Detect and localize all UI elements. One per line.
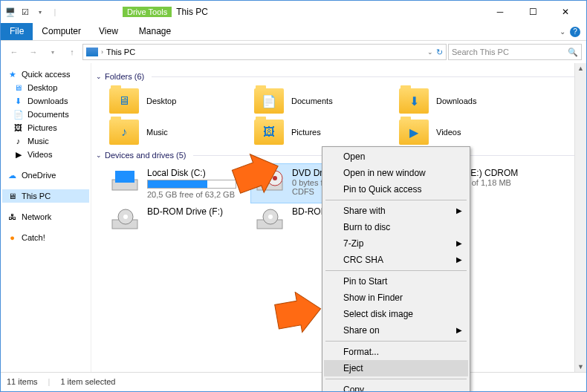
drive-name: Local Disk (C:) <box>147 168 236 178</box>
menu-item-format[interactable]: Format... <box>324 344 468 360</box>
sidebar-item-catch[interactable]: ●Catch! <box>2 231 89 244</box>
refresh-icon[interactable]: ↻ <box>436 48 443 57</box>
disc-icon <box>255 206 285 232</box>
star-icon: ★ <box>7 69 18 79</box>
music-icon: ♪ <box>112 122 136 142</box>
folder-label: Desktop <box>146 97 176 105</box>
up-button[interactable]: ↑ <box>63 43 81 61</box>
folder-desktop[interactable]: 🖥Desktop <box>106 85 251 117</box>
menu-item-open[interactable]: Open <box>324 148 468 165</box>
sidebar-item-quick-access[interactable]: ★ Quick access <box>2 68 89 81</box>
tab-view[interactable]: View <box>90 23 127 40</box>
address-dropdown-icon[interactable]: ⌄ <box>427 48 433 56</box>
tab-computer[interactable]: Computer <box>33 23 90 40</box>
document-icon: 📄 <box>13 109 24 120</box>
ribbon-expand-icon[interactable]: ⌄ <box>560 27 565 36</box>
drive-name: BD-ROM Drive (F:) <box>147 206 223 217</box>
scroll-down-icon[interactable]: ▼ <box>577 363 584 370</box>
folder-label: Documents <box>291 97 333 105</box>
sidebar-item-onedrive[interactable]: ☁OneDrive <box>2 169 89 182</box>
sidebar-item-desktop[interactable]: 🖥Desktop <box>2 81 89 94</box>
chevron-right-icon: ▶ <box>456 326 462 334</box>
menu-item-pin-to-quick-access[interactable]: Pin to Quick access <box>324 181 468 197</box>
desktop-icon: 🖥 <box>112 91 136 111</box>
forward-button[interactable]: → <box>25 43 42 61</box>
hdd-icon <box>110 168 140 193</box>
status-item-count: 11 items <box>7 377 38 386</box>
sidebar-item-music[interactable]: ♪Music <box>2 134 89 148</box>
sidebar-item-label: Catch! <box>22 233 45 242</box>
search-placeholder: Search This PC <box>452 48 509 56</box>
chevron-right-icon: ▶ <box>456 239 462 247</box>
qat-dropdown-icon[interactable]: ▾ <box>35 7 45 17</box>
menu-item-select-disk-image[interactable]: Select disk image <box>324 306 468 322</box>
maximize-button[interactable]: ☐ <box>516 1 549 22</box>
menu-item-open-in-new-window[interactable]: Open in new window <box>324 165 468 181</box>
menu-item-copy[interactable]: Copy <box>324 382 468 392</box>
quick-access-toolbar: 🖥️ ☑ ▾ | <box>5 7 60 17</box>
chevron-right-icon: › <box>101 48 103 56</box>
sidebar-item-label: Videos <box>27 150 52 159</box>
menu-item-pin-to-start[interactable]: Pin to Start <box>324 273 468 290</box>
group-header-folders[interactable]: ⌄ Folders (6) <box>96 72 574 81</box>
sidebar-item-downloads[interactable]: ⬇Downloads <box>2 94 89 108</box>
chevron-right-icon: ▶ <box>456 206 462 215</box>
help-icon[interactable]: ? <box>570 27 580 37</box>
sidebar-item-pictures[interactable]: 🖼Pictures <box>2 121 89 134</box>
menu-item-7-zip[interactable]: 7-Zip▶ <box>324 235 468 252</box>
menu-item-show-in-finder[interactable]: Show in Finder <box>324 290 468 306</box>
desktop-icon: 🖥 <box>13 82 24 93</box>
folder-downloads[interactable]: ⬇Downloads <box>396 85 541 117</box>
folder-pictures[interactable]: 🖼Pictures <box>251 117 396 148</box>
menu-separator <box>325 270 467 271</box>
folder-music[interactable]: ♪Music <box>106 117 251 148</box>
picture-icon: 🖼 <box>257 122 281 142</box>
navigation-pane: ★ Quick access 🖥Desktop ⬇Downloads 📄Docu… <box>1 63 91 372</box>
scrollbar[interactable]: ▲ ▼ <box>574 63 586 372</box>
this-pc-icon <box>86 48 98 56</box>
breadcrumb[interactable]: This PC <box>106 48 135 56</box>
folder-label: Videos <box>436 128 461 137</box>
menu-item-share-on[interactable]: Share on▶ <box>324 322 468 339</box>
network-icon: 🖧 <box>7 212 18 222</box>
menu-separator <box>325 200 467 200</box>
minimize-button[interactable]: ─ <box>484 1 516 22</box>
callout-arrow-icon <box>273 292 325 333</box>
address-bar: ← → ▾ ↑ › This PC ⌄ ↻ Search This PC 🔍 <box>1 41 586 63</box>
music-icon: ♪ <box>13 136 24 146</box>
sidebar-item-label: Downloads <box>27 97 68 105</box>
sidebar-item-network[interactable]: 🖧Network <box>2 210 89 223</box>
tab-file[interactable]: File <box>1 23 33 40</box>
menu-item-crc-sha[interactable]: CRC SHA▶ <box>324 252 468 268</box>
properties-icon[interactable]: ☑ <box>20 7 30 17</box>
drive-bdrom-f[interactable]: BD-ROM Drive (F:) <box>106 203 251 235</box>
sidebar-item-label: Network <box>22 212 51 221</box>
window-title: This PC <box>176 7 208 17</box>
sidebar-item-documents[interactable]: 📄Documents <box>2 108 89 121</box>
status-bar: 11 items | 1 item selected <box>1 372 586 390</box>
back-button[interactable]: ← <box>5 43 23 61</box>
chevron-right-icon: ▶ <box>456 255 462 264</box>
folder-videos[interactable]: ▶Videos <box>396 117 541 148</box>
menu-item-eject[interactable]: Eject <box>324 360 468 376</box>
status-selected-count: 1 item selected <box>60 377 115 386</box>
search-input[interactable]: Search This PC 🔍 <box>448 44 582 60</box>
download-icon: ⬇ <box>402 91 426 111</box>
sidebar-item-label: Quick access <box>22 70 70 79</box>
folder-documents[interactable]: 📄Documents <box>251 85 396 117</box>
tab-manage[interactable]: Manage <box>130 23 180 40</box>
sidebar-item-label: This PC <box>22 192 51 200</box>
group-label: Devices and drives (5) <box>105 151 186 160</box>
close-button[interactable]: ✕ <box>549 1 582 22</box>
scroll-up-icon[interactable]: ▲ <box>577 65 584 72</box>
sidebar-item-this-pc[interactable]: 🖥This PC <box>2 189 89 203</box>
recent-locations-button[interactable]: ▾ <box>44 43 62 61</box>
menu-item-share-with[interactable]: Share with▶ <box>324 203 468 219</box>
address-box[interactable]: › This PC ⌄ ↻ <box>82 44 447 60</box>
menu-item-burn-to-disc[interactable]: Burn to disc <box>324 219 468 235</box>
contextual-tab-drive-tools: Drive Tools <box>123 7 172 17</box>
picture-icon: 🖼 <box>13 122 24 133</box>
sidebar-item-videos[interactable]: ▶Videos <box>2 148 89 161</box>
drive-local-c[interactable]: Local Disk (C:) 20,5 GB free of 63,2 GB <box>106 164 251 203</box>
menu-separator <box>325 379 467 379</box>
